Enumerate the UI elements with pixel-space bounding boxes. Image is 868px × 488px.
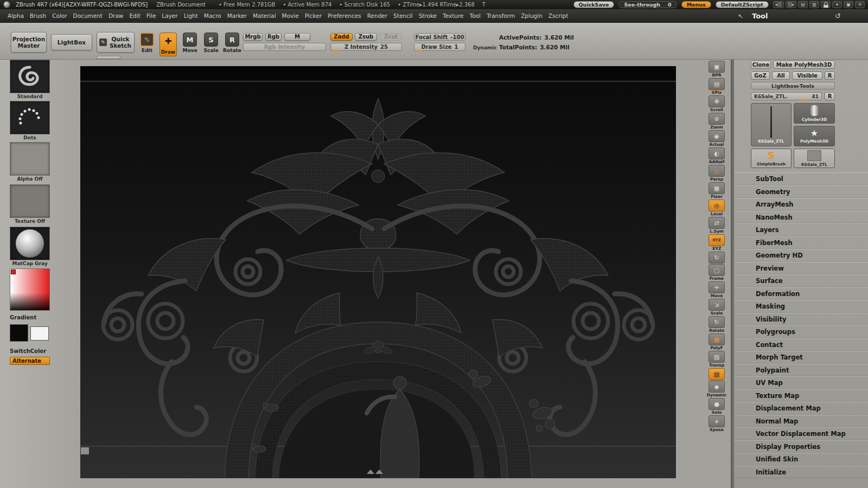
palette-back-icon[interactable]: ↖ [738,12,748,20]
dynamic-label[interactable]: Dynamic [473,45,497,50]
tool-section-geometry[interactable]: Geometry [734,185,868,198]
shelf-collapse-right-icon[interactable]: |||▸ [786,1,796,8]
collapse-ui-icon[interactable]: ▾ [832,1,842,8]
menu-item-transform[interactable]: Transform [487,12,515,19]
tool-section-unified-skin[interactable]: Unified Skin [734,453,868,466]
current-tool-thumbnail[interactable]: K6Sale_ZTL [751,103,792,146]
quick-sketch-button[interactable]: ✎ Quick Sketch [97,32,135,53]
rightshelf-solo-button[interactable]: ●Solo [707,398,726,415]
goz-r-button[interactable]: R [825,72,835,80]
stroke-selector[interactable]: Dots [10,101,50,140]
tool-section-texture-map[interactable]: Texture Map [734,389,868,402]
move-mode-button[interactable]: M Move [181,33,199,53]
menus-button[interactable]: Menus [681,1,711,8]
edit-mode-button[interactable]: ✎ Edit [138,33,156,53]
default-zscript-button[interactable]: DefaultZScript [716,1,769,8]
alpha-selector[interactable]: Alpha Off [10,142,50,182]
secondary-color-swatch[interactable] [30,326,49,341]
tool-section-arraymesh[interactable]: ArrayMesh [734,198,868,211]
menu-item-preferences[interactable]: Preferences [328,12,361,19]
rightshelf-bpr-button[interactable]: ▣BPR [707,61,726,78]
gradient-label[interactable]: Gradient [10,314,36,320]
tool-section-preview[interactable]: Preview [734,262,868,275]
tool-section-display-properties[interactable]: Display Properties [734,440,868,453]
menu-item-stencil[interactable]: Stencil [393,12,413,19]
see-through-slider[interactable]: See-through 0 [618,1,676,8]
rightshelf-xyz-button[interactable]: XYZXYZ [707,234,726,251]
rightshelf-persp-button[interactable]: △Persp [707,165,726,182]
menu-item-light[interactable]: Light [184,12,198,19]
rightshelf-spix-button[interactable]: ▤SPix [707,78,726,95]
tool-section-polypaint[interactable]: Polypaint [734,364,868,377]
rightshelf-frame-button[interactable]: ▢Frame [707,264,726,281]
k6sale-tool[interactable]: K6Sale_ZTL [794,149,835,168]
brush-selector[interactable]: Standard [10,60,50,99]
tool-section-masking[interactable]: Masking [734,300,868,313]
rightshelf-floor-button[interactable]: ▦Floor [707,182,726,199]
menu-item-macro[interactable]: Macro [204,12,221,19]
rightshelf-aahalf-button[interactable]: ◐AAHalf [707,147,726,164]
rightshelf-dynamic-button[interactable]: ◆Dynamic [707,381,726,397]
restore-window-icon[interactable]: ▣ [844,1,853,8]
tool-section-contact[interactable]: Contact [734,338,868,351]
rightshelf-actual-button[interactable]: ◉Actual [707,130,726,147]
menu-item-document[interactable]: Document [73,12,103,19]
tool-section-displacement-map[interactable]: Displacement Map [734,402,868,415]
lock-icon[interactable] [821,1,831,8]
menu-item-alpha[interactable]: Alpha [8,12,24,19]
alternate-button[interactable]: Alternate [10,357,50,365]
cylinder3d-tool[interactable]: Cylinder3D [794,103,835,124]
switch-color-label[interactable]: SwitchColor [10,348,46,354]
tool-section-surface[interactable]: Surface [734,274,868,287]
projection-master-button[interactable]: Projection Master [11,32,47,53]
palette-dock-icon[interactable]: ▤ [798,1,808,8]
gyro-button[interactable]: ↻ [707,252,726,264]
ghost-button[interactable]: ▧ [707,368,726,380]
tool-section-subtool[interactable]: SubTool [734,172,868,185]
menu-item-movie[interactable]: Movie [282,12,299,19]
make-polymesh3d-button[interactable]: Make PolyMesh3D [773,61,835,69]
tool-section-normal-map[interactable]: Normal Map [734,415,868,428]
menu-item-draw[interactable]: Draw [108,12,123,19]
rightshelf-xpose-button[interactable]: ∗Xpose [707,415,726,432]
tool-section-initialize[interactable]: Initialize [734,466,868,479]
rotate-mode-button[interactable]: R Rotate [224,33,241,53]
rightshelf-polyf-button[interactable]: ▦PolyF [707,333,726,350]
tool-section-nanomesh[interactable]: NanoMesh [734,211,868,224]
menu-item-tool[interactable]: Tool [470,12,481,19]
primary-color-swatch[interactable] [10,324,28,342]
color-picker[interactable] [10,268,50,311]
visible-button[interactable]: Visible [792,72,822,80]
mrgb-button[interactable]: Mrgb [243,33,263,41]
zbrush-logo-icon[interactable] [3,1,10,8]
rightshelf-scale-button[interactable]: ⇲Scale [707,299,726,316]
rightshelf-zoom-button[interactable]: ⊕Zoom [707,113,726,130]
menu-item-layer[interactable]: Layer [162,12,177,19]
zsub-button[interactable]: Zsub [355,33,377,41]
menu-item-stroke[interactable]: Stroke [419,12,437,19]
simplebrush-tool[interactable]: S SimpleBrush [751,149,792,168]
lightbox-tools-bar[interactable]: Lightbox▸Tools [751,82,835,89]
zadd-button[interactable]: Zadd [330,33,353,41]
z-intensity-slider[interactable]: Z Intensity 25 [330,43,402,51]
menu-item-zscript[interactable]: Zscript [548,12,568,19]
history-icon[interactable]: ↺ [835,12,841,20]
menu-item-marker[interactable]: Marker [227,12,247,19]
menu-item-texture[interactable]: Texture [443,12,463,19]
all-button[interactable]: All [772,72,790,80]
menu-item-file[interactable]: File [146,12,156,19]
menu-item-color[interactable]: Color [52,12,67,19]
clone-button[interactable]: Clone [751,61,771,69]
focal-shift-slider[interactable]: Focal Shift -100 [414,33,465,41]
draw-size-slider[interactable]: Draw Size 1 [414,43,465,51]
menu-item-zplugin[interactable]: Zplugin [521,12,542,19]
tool-section-uv-map[interactable]: UV Map [734,376,868,389]
menu-item-brush[interactable]: Brush [30,12,46,19]
rightshelf-rotate-button[interactable]: ↻Rotate [707,316,726,333]
sculpt-canvas[interactable] [80,66,676,478]
rightshelf-l-sym-button[interactable]: ⇄L.Sym [707,217,726,234]
rightshelf-scroll-button[interactable]: ✥Scroll [707,95,726,112]
menu-item-picker[interactable]: Picker [305,12,322,19]
tool-section-polygroups[interactable]: Polygroups [734,325,868,338]
menu-item-material[interactable]: Material [253,12,276,19]
